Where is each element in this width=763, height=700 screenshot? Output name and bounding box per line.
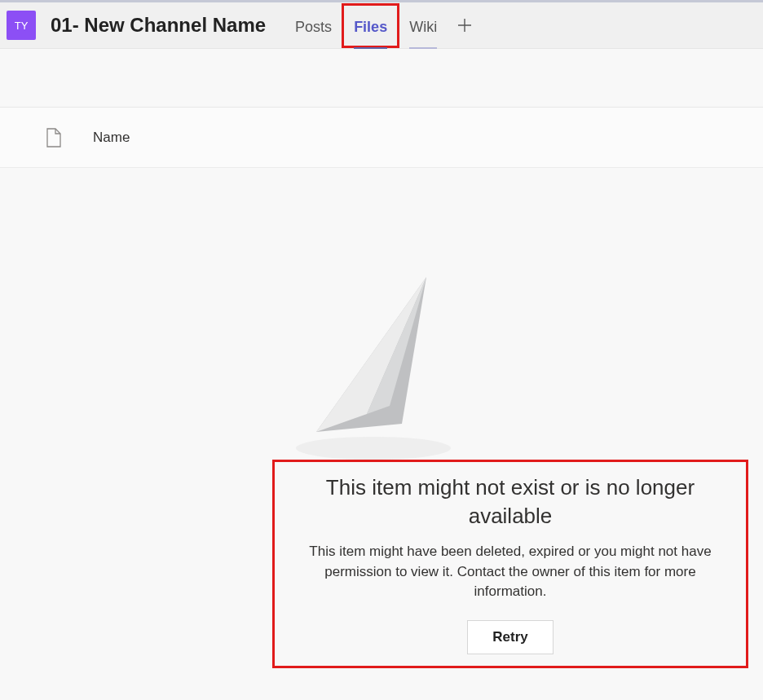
column-name-header[interactable]: Name xyxy=(93,130,130,146)
tab-strip: Posts Files Wiki xyxy=(285,3,476,48)
tab-files-label: Files xyxy=(354,19,387,35)
empty-state-illustration xyxy=(0,277,763,482)
channel-header: TY 01- New Channel Name Posts Files Wiki xyxy=(0,0,763,49)
plus-icon xyxy=(457,18,472,33)
error-message-panel: This item might not exist or is no longe… xyxy=(272,460,748,668)
team-avatar[interactable]: TY xyxy=(7,11,36,40)
content-area: Name This item might not exist or is no … xyxy=(0,49,763,700)
tab-wiki-label: Wiki xyxy=(409,19,437,35)
tab-wiki[interactable]: Wiki xyxy=(399,6,447,46)
add-tab-button[interactable] xyxy=(453,14,476,37)
channel-title: 01- New Channel Name xyxy=(51,14,266,37)
file-type-icon xyxy=(46,128,62,147)
tab-posts[interactable]: Posts xyxy=(285,6,342,46)
toolbar-spacer xyxy=(0,49,763,108)
paper-plane-icon xyxy=(267,277,496,473)
file-list-header: Name xyxy=(0,108,763,168)
svg-point-3 xyxy=(296,437,451,460)
error-description: This item might have been deleted, expir… xyxy=(289,542,731,602)
error-title: This item might not exist or is no longe… xyxy=(289,473,731,531)
retry-button[interactable]: Retry xyxy=(467,620,553,654)
tab-files[interactable]: Files xyxy=(342,3,399,48)
